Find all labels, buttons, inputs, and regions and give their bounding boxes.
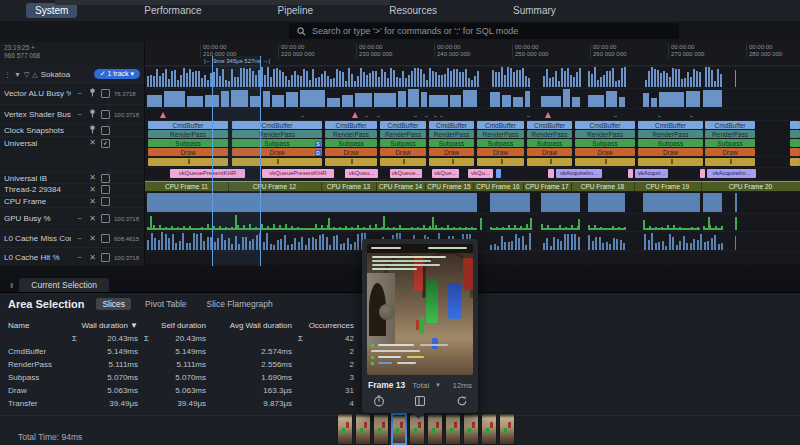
column-header-name[interactable]: Name xyxy=(8,321,72,330)
close-icon[interactable]: ✕ xyxy=(88,198,97,206)
flamegraph-icon[interactable]: △ xyxy=(32,71,37,78)
vulkan-slice[interactable]: vkAcquir... xyxy=(635,169,668,178)
tab-summary[interactable]: Summary xyxy=(504,3,565,18)
split-view-icon[interactable] xyxy=(414,394,427,407)
trace-marker-icon[interactable] xyxy=(352,112,358,118)
close-icon[interactable]: ✕ xyxy=(88,235,97,243)
trace-marker-icon[interactable] xyxy=(160,112,166,118)
table-row[interactable]: Subpass5.070ms5.070ms1.690ms3 xyxy=(8,371,360,384)
vulkan-slice[interactable]: vkAcquireIm... xyxy=(556,169,602,178)
gpu-queue-segment[interactable]: CmdBufferRenderPassSubpassDraw xyxy=(575,121,635,156)
track-row-thread-2-29384[interactable]: Thread-2 29384✕ xyxy=(0,183,144,195)
frame-thumbnail[interactable] xyxy=(463,413,479,445)
vulkan-slice[interactable]: vkQueuePresentKHR xyxy=(262,169,334,178)
track-row-l0-cache-hit[interactable]: L0 Cache Hit %~✕100.3718 xyxy=(0,247,144,266)
vulkan-slice[interactable]: vkQueuePresentKHR xyxy=(170,169,245,178)
table-row[interactable]: RenderPass5.111ms5.111ms2.556ms2 xyxy=(8,358,360,371)
track-row-vector-alu-busy[interactable]: Vector ALU Busy %~76.3718 xyxy=(0,82,144,104)
track-checkbox[interactable] xyxy=(101,174,110,183)
track-checkbox[interactable] xyxy=(101,126,110,135)
gpu-queue-segment[interactable]: CmdBufferRenderPassSubpassDraw xyxy=(325,121,377,156)
tab-system[interactable]: System xyxy=(26,3,77,18)
track-row-clock-snapshots[interactable]: Clock Snapshots xyxy=(0,124,144,136)
track-row-universal[interactable]: Universal✕✓ xyxy=(0,136,144,172)
table-row[interactable]: Transfer39.49μs39.49μs9.873μs4 xyxy=(8,397,360,410)
lane-vertex-shader-busy[interactable] xyxy=(145,88,800,108)
track-row-gpu-busy[interactable]: GPU Busy %~✕100.3718 xyxy=(0,207,144,229)
close-icon[interactable]: ✕ xyxy=(88,254,97,262)
view-tab-slice-flamegraph[interactable]: Slice Flamegraph xyxy=(201,298,279,310)
view-tab-slices[interactable]: Slices xyxy=(96,298,131,310)
frame-thumbnail[interactable] xyxy=(337,413,353,445)
table-row[interactable]: CmdBuffer5.149ms5.149ms2.574ms2 xyxy=(8,345,360,358)
gpu-queue-segment[interactable]: CmdBufferRenderPassSubpassDraw xyxy=(477,121,524,156)
gpu-queue-segment[interactable]: CmdBufferRenderPassSubpassDraw xyxy=(527,121,572,156)
frame-thumbnail[interactable] xyxy=(391,413,407,445)
track-checkbox[interactable] xyxy=(101,110,110,119)
vulkan-slice[interactable] xyxy=(496,169,501,178)
gpu-queue-segment[interactable]: CmdBufferRenderPassSubpassDraw xyxy=(148,121,228,156)
lane-vector-alu-busy[interactable] xyxy=(145,66,800,88)
gpu-queue-segment[interactable]: CmdBufferRenderPassSubpassDraw xyxy=(429,121,474,156)
frame-thumbnail[interactable] xyxy=(445,413,461,445)
track-checkbox[interactable] xyxy=(101,89,110,98)
lane-universal-ib[interactable] xyxy=(145,156,800,167)
frame-thumbnail[interactable] xyxy=(355,413,371,445)
track-checkbox[interactable] xyxy=(101,197,110,206)
chart-icon[interactable]: ~ xyxy=(75,254,84,262)
lane-clock-snapshots[interactable] xyxy=(145,108,800,120)
track-checkbox[interactable] xyxy=(101,234,110,243)
lane-l0-cache-miss-count[interactable] xyxy=(145,213,800,231)
vulkan-slice[interactable] xyxy=(548,169,554,178)
pin-icon[interactable] xyxy=(88,125,97,136)
gpu-queue-segment[interactable]: CmdBufferRenderPassSubpassDraw xyxy=(380,121,426,156)
track-row-universal-ib[interactable]: Universal IB✕ xyxy=(0,172,144,183)
vulkan-slice[interactable] xyxy=(700,169,705,178)
track-count-pill[interactable]: ✓ 1 track ▾ xyxy=(94,69,140,79)
vulkan-slice[interactable]: vkQu... xyxy=(468,169,493,178)
search-input[interactable]: Search or type '>' for commands or ':' f… xyxy=(289,23,679,39)
chart-icon[interactable]: ~ xyxy=(75,235,84,243)
ib-segment[interactable] xyxy=(790,158,800,166)
track-checkbox[interactable] xyxy=(101,253,110,262)
track-row-vertex-shader-busy[interactable]: Vertex Shader Busy %~100.3718 xyxy=(0,104,144,124)
lane-thread-2-29384[interactable]: vkQueuePresentKHRvkQueuePresentKHRvkQueu… xyxy=(145,167,800,179)
vulkan-slice[interactable]: vkAcquireIm... xyxy=(707,169,756,178)
view-tab-pivot-table[interactable]: Pivot Table xyxy=(139,298,192,310)
frame-scope-select[interactable]: Total xyxy=(412,381,429,390)
panel-drag-handle[interactable]: ‖ xyxy=(10,281,13,290)
close-icon[interactable]: ✕ xyxy=(88,215,97,223)
vulkan-slice[interactable]: vkQueue... xyxy=(390,169,422,178)
track-row-l0-cache-miss-count[interactable]: L0 Cache Miss Count~✕608.4615 xyxy=(0,229,144,247)
track-row-cpu-frame[interactable]: CPU Frame✕ xyxy=(0,195,144,207)
pin-icon[interactable] xyxy=(88,88,97,99)
lane-gpu-busy[interactable] xyxy=(145,191,800,213)
time-ruler[interactable]: 00:00:00210 000 00000:00:00220 000 00000… xyxy=(145,42,800,66)
overflow-menu-icon[interactable]: ⋮ xyxy=(4,71,11,78)
pin-icon[interactable] xyxy=(88,109,97,120)
tab-resources[interactable]: Resources xyxy=(380,3,446,18)
gpu-queue-segment[interactable]: CmdBufferRenderPassSubpassSDrawD xyxy=(232,121,322,156)
trace-marker-icon[interactable] xyxy=(545,112,551,118)
track-checkbox[interactable] xyxy=(101,214,110,223)
timer-icon[interactable] xyxy=(372,394,385,407)
track-checkbox[interactable]: ✓ xyxy=(101,139,110,148)
chevron-down-icon[interactable]: ▾ xyxy=(436,381,440,389)
gpu-queue-segment[interactable]: CmdBufferRenderPassSubpassDraw xyxy=(638,121,703,156)
chart-icon[interactable]: ~ xyxy=(75,215,84,223)
refresh-icon[interactable] xyxy=(455,394,468,407)
cpu-frame-band[interactable]: CPU Frame 11CPU Frame 12CPU Frame 13CPU … xyxy=(145,181,800,191)
chart-icon[interactable]: ~ xyxy=(75,90,84,98)
lane-universal[interactable]: CmdBufferRenderPassSubpassDrawCmdBufferR… xyxy=(145,120,800,156)
frame-thumbnail[interactable] xyxy=(481,413,497,445)
sort-icon[interactable]: ▼ xyxy=(14,71,21,78)
column-header-avg-wall-duration[interactable]: Avg Wall duration xyxy=(212,321,298,330)
close-icon[interactable]: ✕ xyxy=(88,174,97,182)
close-icon[interactable]: ✕ xyxy=(88,186,97,194)
column-header-self-duration[interactable]: Self duration xyxy=(144,321,212,330)
close-icon[interactable]: ✕ xyxy=(88,139,97,147)
track-checkbox[interactable] xyxy=(101,185,110,194)
gpu-queue-segment[interactable]: CmdBufferRenderPassSubpassDraw xyxy=(705,121,755,156)
vulkan-slice[interactable] xyxy=(628,169,633,178)
frame-thumbnail[interactable] xyxy=(427,413,443,445)
